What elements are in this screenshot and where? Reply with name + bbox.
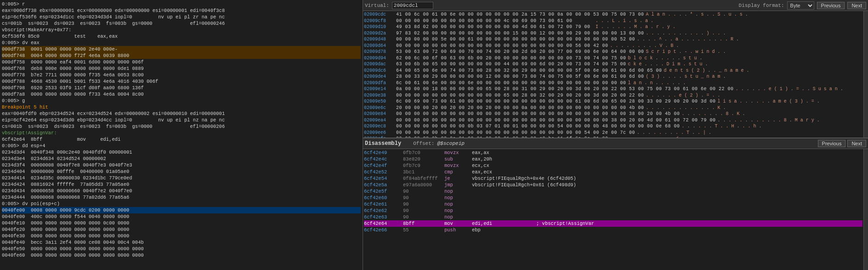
disasm-mnemonic: nop <box>444 188 472 195</box>
disasm-addr: 6cf42e60 <box>364 195 403 201</box>
disasm-addr: 6cf42e54 <box>364 175 403 182</box>
disasm-mnemonic: mov <box>444 220 472 227</box>
disasm-bytes: 3bc1 <box>403 169 444 175</box>
mem-ascii: . . . . . . e ( 1 ) . = . . S u s a n . <box>734 86 843 92</box>
disasm-row[interactable]: 6cf42e5f 90 nop <box>364 188 862 195</box>
memory-row: 02009ec800 00 00 00 00 00 00 00 0b 03 07… <box>364 123 862 130</box>
console-line: 0234d444 00000068 00000068 77a02dd6 77a6… <box>2 194 361 201</box>
disasm-row[interactable]: 6cf42e63 90 nop <box>364 214 862 220</box>
mem-bytes: 00 00 00 00 00 00 00 00 00 00 00 00 4c 0… <box>396 18 594 24</box>
console-line: 0:005> g <box>2 98 361 104</box>
console-output: 0:005> reax=000df738 ebx=00000001 ecx=00… <box>0 0 363 270</box>
disasm-row[interactable]: 6cf42e54 0f84abfeffff je vbscript!FIEqua… <box>364 175 862 182</box>
disasm-bytes: 83e820 <box>403 156 444 162</box>
console-line: 0234d404 00000000 00fffe 00400000 01a05a… <box>2 168 361 175</box>
disasm-mnemonic: je <box>444 175 472 182</box>
mem-addr: 02009de4 <box>364 74 396 80</box>
mem-bytes: 6c 00 69 00 73 00 61 00 00 00 00 00 00 0… <box>396 98 716 105</box>
disasm-addr: 6cf42e66 <box>364 227 403 233</box>
disasm-prev-button[interactable]: Previous <box>818 140 846 147</box>
disasm-row[interactable]: 6cf42e62 90 nop <box>364 207 862 214</box>
memory-row: 02009cf800 00 00 00 00 00 00 00 00 00 00… <box>364 18 862 24</box>
memory-row: 02009ea400 00 00 00 00 00 00 00 00 00 00… <box>364 117 862 124</box>
disasm-row[interactable]: 6cf42e52 3bc1 cmp eax,ecx <box>364 169 862 175</box>
mem-ascii: . . . . . . . . 8 . K . <box>680 111 745 117</box>
console-line: 6cf42e64 8bff mov edi,edi <box>2 136 361 143</box>
console-line: 0040fe00 400c 0000 0000 f544 0040 0000 0… <box>2 213 361 220</box>
console-line: 0234d3e4 0234d634 0234d524 00000002 <box>2 155 361 162</box>
virtual-address-input[interactable] <box>392 2 433 9</box>
disasm-addr: 6cf42e5f <box>364 188 403 195</box>
disasm-addr: 6cf42e5a <box>364 182 403 188</box>
mem-addr: 02009e50 <box>364 98 396 105</box>
memory-next-button[interactable]: Next <box>847 2 866 9</box>
mem-bytes: 41 00 6c 00 61 00 6e 00 00 00 00 00 00 0… <box>396 11 644 18</box>
disasm-operands <box>472 188 536 195</box>
console-line: cs=001b ss=0023 ds=0023 es=0023 fs=003b … <box>2 123 361 130</box>
disasm-scrollbar[interactable] <box>863 149 868 270</box>
disasm-bytes: 0f84abfeffff <box>403 175 444 182</box>
disasm-row[interactable]: 6cf42e64 8bff mov edi,edi ; vbscript!Ass… <box>364 220 862 227</box>
disasm-row[interactable]: 6cf42e5a e97a6a0000 jmp vbscript!FIEqual… <box>364 182 862 188</box>
mem-ascii: . . . . . . e ( 2 ) . = . . <box>644 92 720 99</box>
disasm-next-button[interactable]: Next <box>847 140 866 147</box>
memory-row: 02009d6400 00 00 00 00 00 00 00 00 00 00… <box>364 43 862 49</box>
disasm-row[interactable]: 6cf42e4c 83e820 sub eax,20h <box>364 156 862 162</box>
disasm-mnemonic: jmp <box>444 182 472 188</box>
disasm-row[interactable]: 6cf42e66 55 push ebp <box>364 227 862 233</box>
disasm-mnemonic: movzx <box>444 162 472 169</box>
mem-addr: 02009e14 <box>364 86 396 92</box>
console-line: 0234d434 00000658 00000660 0040f7e2 0040… <box>2 188 361 194</box>
disasm-row[interactable]: 6cf42e61 90 nop <box>364 201 862 207</box>
disasm-bytes: 90 <box>403 214 444 220</box>
mem-bytes: 00 00 00 00 00 00 00 00 0b 03 07 01 00 0… <box>396 123 680 130</box>
disasm-bytes: e97a6a0000 <box>403 182 444 188</box>
disasm-operands: eax,ax <box>472 149 536 156</box>
disasm-mnemonic: cmp <box>444 169 472 175</box>
console-line: 0040fe40 becc 3a11 2ef4 0000 ce08 0040 0… <box>2 239 361 246</box>
disasm-row[interactable]: 6cf42e60 90 nop <box>364 195 862 201</box>
mem-bytes: 00 00 00 00 00 5e 00 00 61 00 00 00 00 0… <box>396 36 635 43</box>
mem-ascii: c k e . . . . D i m . s t u . <box>626 61 708 68</box>
memory-row: 02009e3800 00 00 00 00 00 00 00 00 00 00… <box>364 92 862 99</box>
display-format-select[interactable]: ByteWordDwordQword <box>787 1 814 10</box>
memory-row: 02009e506c 00 69 00 73 00 61 00 00 00 00… <box>364 98 862 105</box>
console-line: 6cf536f6 85c0 test eax,eax <box>2 33 361 40</box>
mem-ascii: . . . . . . . . . . . . 8 . M a r y . <box>716 117 820 124</box>
memory-content: 02009cdc41 00 6c 00 61 00 6e 00 00 00 00… <box>363 11 863 138</box>
memory-row: 02009d2a97 83 02 00 00 00 00 00 00 00 00… <box>364 30 862 37</box>
mem-ascii: l i s a . . . . . . a m e ( 3 ) . = . <box>716 98 820 105</box>
console-line: 000df778 b7e2 7711 0000 0000 f735 4e6a 0… <box>2 72 361 78</box>
disasm-toolbar: Disassembly Offset: @$scopeip Previous N… <box>363 138 868 149</box>
disasm-row[interactable]: 6cf42e4f 0fb7c9 movzx ecx,cx <box>364 162 862 169</box>
disasm-addr: 6cf42e61 <box>364 201 403 207</box>
memory-prev-button[interactable]: Previous <box>817 2 845 9</box>
disasm-content-area: 6cf42e49 0fb7c0 movzx eax,ax6cf42e4c 83e… <box>363 149 868 270</box>
mem-ascii: I . . . . . . M . a . r . y . <box>594 24 675 30</box>
console-line: 000df768 deb8 000e 0000 0000 0000 0000 0… <box>2 65 361 72</box>
mem-addr: 02009efe <box>364 136 396 138</box>
mem-bytes: 00 00 00 00 00 00 00 00 00 00 00 00 00 0… <box>396 43 608 49</box>
disasm-bytes: 90 <box>403 201 444 207</box>
mem-addr: 02009cdc <box>364 11 396 18</box>
memory-scrollbar[interactable] <box>863 11 868 138</box>
disasm-mnemonic: nop <box>444 201 472 207</box>
mem-ascii: d e n t s ( 2 ) . . _ n a m e . <box>662 68 749 74</box>
disasm-mnemonic: movzx <box>444 149 472 156</box>
mem-addr: 02009dfa <box>364 80 396 86</box>
disasm-row[interactable]: 6cf42e49 0fb7c0 movzx eax,ax <box>364 149 862 156</box>
memory-row: 02009e140a 00 00 00 18 00 00 00 00 00 65… <box>364 86 862 92</box>
console-line: 0234d414 0234d35c 00000030 0234d1bc 779c… <box>2 175 361 181</box>
memory-row: 02009dfa6c 00 61 00 6e 00 00 00 6e 00 00… <box>364 80 862 86</box>
console-line: 0040fe00 0008 0000 0000 9cdc 0200 0000 0… <box>2 207 361 213</box>
console-line: 0040fe20 0000 0000 0000 0000 0000 0000 0… <box>2 226 361 233</box>
disasm-comment: ; vbscript!AssignVar <box>536 220 594 227</box>
mem-bytes: 62 00 6c 00 6f 00 63 00 6b 00 20 00 00 0… <box>396 55 626 62</box>
offset-label: Offset: <box>413 141 434 146</box>
disasm-operands: eax,ecx <box>472 169 536 175</box>
disasm-addr: 6cf42e49 <box>364 149 403 156</box>
mem-addr: 02009dc6 <box>364 68 396 74</box>
disasm-addr: 6cf42e64 <box>364 220 403 227</box>
console-line: 0:005> dv poi(esp+c) <box>2 201 361 207</box>
mem-addr: 02009e38 <box>364 92 396 99</box>
